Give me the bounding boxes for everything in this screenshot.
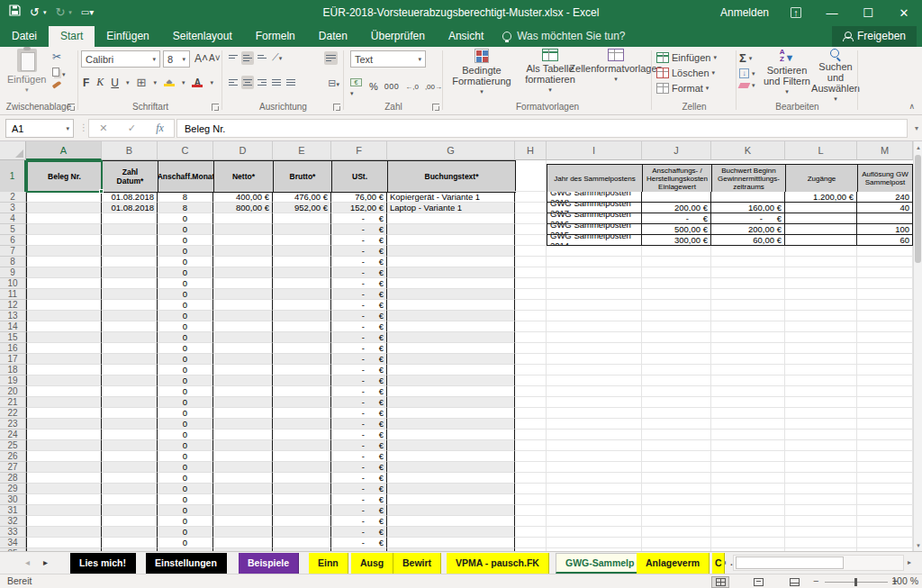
cell-K5[interactable]: 200,00 € (711, 224, 785, 235)
tab-daten[interactable]: Daten (307, 26, 359, 47)
cell-M6[interactable]: 60 (857, 235, 913, 246)
cell-C31[interactable]: 0 (158, 505, 213, 516)
cell-I8[interactable] (547, 257, 642, 267)
cell-H6[interactable] (515, 235, 547, 246)
cell-E15[interactable] (273, 332, 331, 343)
clipboard-dialog-launcher[interactable] (68, 104, 75, 111)
cell-J14[interactable] (642, 321, 711, 332)
cell-F12[interactable]: - € (331, 300, 387, 311)
cell-J29[interactable] (642, 484, 711, 494)
alignment-dialog-launcher[interactable] (333, 104, 340, 111)
cell-K29[interactable] (711, 484, 785, 494)
cell-F30[interactable]: - € (331, 494, 387, 505)
cell-C7[interactable]: 0 (158, 246, 213, 257)
cell-F20[interactable]: - € (331, 386, 387, 397)
cell-F22[interactable]: - € (331, 408, 387, 419)
cell-H18[interactable] (515, 365, 547, 375)
cell-K20[interactable] (711, 386, 785, 397)
cell-D17[interactable] (213, 354, 273, 365)
sheet-tab-vpma-pausch-fk[interactable]: VPMA - pausch.FK (447, 553, 549, 574)
cell-I18[interactable] (547, 365, 642, 375)
cell-J32[interactable] (642, 516, 711, 527)
cell-M19[interactable] (857, 375, 913, 386)
column-header-J[interactable]: J (642, 141, 711, 160)
cell-K11[interactable] (711, 289, 785, 300)
cell-B4[interactable] (102, 213, 158, 224)
cell-I21[interactable] (547, 397, 642, 408)
cell-A14[interactable] (26, 321, 102, 332)
header-cell-L1[interactable]: Zugänge (785, 164, 858, 193)
cell-E25[interactable] (273, 440, 331, 451)
cell-M3[interactable]: 40 (857, 203, 913, 213)
paste-button[interactable]: Einfügen▾ (7, 49, 46, 95)
cell-J19[interactable] (642, 375, 711, 386)
wrap-text-icon[interactable] (324, 51, 338, 65)
collapse-ribbon-icon[interactable]: ∧ (908, 102, 915, 111)
cell-J12[interactable] (642, 300, 711, 311)
header-cell-C1[interactable]: Anschaff.Monat (158, 160, 214, 193)
cell-A6[interactable] (26, 235, 102, 246)
cell-H23[interactable] (515, 419, 547, 430)
cell-D30[interactable] (213, 494, 273, 505)
cell-K13[interactable] (711, 311, 785, 321)
cell-K21[interactable] (711, 397, 785, 408)
cell-E4[interactable] (273, 213, 331, 224)
row-header-23[interactable]: 23 (0, 419, 26, 430)
accounting-format-icon[interactable]: €▾ (350, 76, 363, 97)
zoom-slider-thumb[interactable] (854, 578, 857, 586)
sheet-tab-beispiele[interactable]: Beispiele (239, 553, 299, 574)
cell-A10[interactable] (26, 278, 102, 289)
cell-B31[interactable] (102, 505, 158, 516)
cell-H16[interactable] (515, 343, 547, 354)
page-break-view-icon[interactable] (785, 576, 803, 588)
cell-K27[interactable] (711, 462, 785, 473)
cell-L32[interactable] (785, 516, 857, 527)
cancel-icon[interactable]: ✕ (99, 122, 107, 134)
zoom-out-icon[interactable]: − (813, 575, 818, 586)
vertical-scrollbar[interactable]: ▲ ▼ (913, 141, 922, 551)
cell-I7[interactable] (547, 246, 642, 257)
cell-J24[interactable] (642, 430, 711, 440)
row-header-13[interactable]: 13 (0, 311, 26, 321)
row-header-19[interactable]: 19 (0, 375, 26, 386)
align-right-icon[interactable] (256, 76, 268, 89)
cell-G17[interactable] (387, 354, 515, 365)
cell-H31[interactable] (515, 505, 547, 516)
cell-K26[interactable] (711, 451, 785, 462)
cell-K34[interactable] (711, 538, 785, 548)
cell-H25[interactable] (515, 440, 547, 451)
cell-F11[interactable]: - € (331, 289, 387, 300)
font-color-icon[interactable]: A (192, 78, 203, 87)
cell-L4[interactable] (785, 213, 857, 224)
cell-J11[interactable] (642, 289, 711, 300)
cell-G28[interactable] (387, 473, 515, 484)
cell-C17[interactable]: 0 (158, 354, 213, 365)
cell-A34[interactable] (26, 538, 102, 548)
cell-I12[interactable] (547, 300, 642, 311)
cell-F16[interactable]: - € (331, 343, 387, 354)
cell-D28[interactable] (213, 473, 273, 484)
cell-A31[interactable] (26, 505, 102, 516)
cell-A33[interactable] (26, 527, 102, 538)
row-header-17[interactable]: 17 (0, 354, 26, 365)
cell-B19[interactable] (102, 375, 158, 386)
copy-icon[interactable]: ▾ (52, 68, 66, 78)
autosum-icon[interactable]: Σ▾ (739, 51, 755, 65)
cell-G19[interactable] (387, 375, 515, 386)
cell-J2[interactable] (642, 192, 711, 203)
cell-L17[interactable] (785, 354, 857, 365)
cell-F5[interactable]: - € (331, 224, 387, 235)
row-header-20[interactable]: 20 (0, 386, 26, 397)
cell-E34[interactable] (273, 538, 331, 548)
cell-A30[interactable] (26, 494, 102, 505)
row-header-7[interactable]: 7 (0, 246, 26, 257)
cell-I2[interactable]: GWG Sammelposten 2018 (547, 192, 642, 203)
cell-G32[interactable] (387, 516, 515, 527)
row-header-18[interactable]: 18 (0, 365, 26, 375)
scroll-down-icon[interactable]: ▼ (914, 539, 922, 551)
cell-C6[interactable]: 0 (158, 235, 213, 246)
row-header-24[interactable]: 24 (0, 430, 26, 440)
cell-D27[interactable] (213, 462, 273, 473)
cell-L15[interactable] (785, 332, 857, 343)
cell-E5[interactable] (273, 224, 331, 235)
